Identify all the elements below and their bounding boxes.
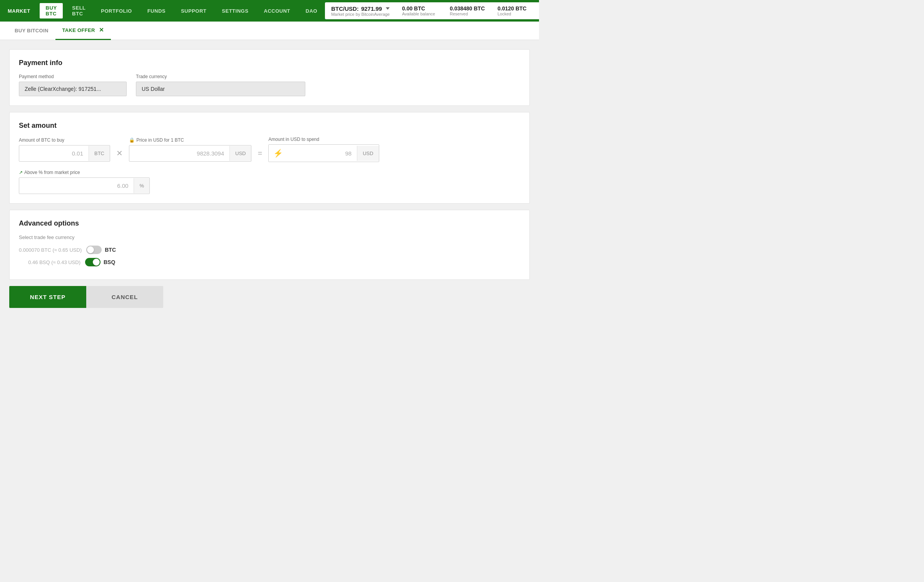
multiply-operator: ✕ [115,149,124,158]
usd-amount-label: Amount in USD to spend [268,137,379,142]
price-unit: USD [229,146,251,161]
btc-unit: BTC [89,146,110,161]
available-balance-value: 0.00 BTC [402,5,440,12]
payment-method-group: Payment method Zelle (ClearXchange): 917… [19,74,127,96]
nav-link-support[interactable]: Support [173,0,214,22]
bsq-toggle-wrap: BSQ [85,258,115,266]
btc-toggle-wrap: BTC [86,246,116,254]
price-field: Price in USD for 1 BTC USD [129,137,251,162]
price-pair: BTC/USD: [331,5,359,12]
set-amount-title: Set amount [19,122,520,130]
usd-amount-input-wrap: ⚡ USD [268,144,379,162]
nav-item-sell-btc[interactable]: SELL BTC [64,0,93,22]
btc-fee-row: 0.000070 BTC (≈ 0.65 USD) BTC [19,246,520,254]
lightning-symbol: ⚡ [273,149,283,158]
btc-amount-label: Amount of BTC to buy [19,137,110,143]
main-content: Payment info Payment method Zelle (Clear… [0,40,539,323]
trade-currency-group: Trade currency US Dollar [136,74,305,96]
payment-method-label: Payment method [19,74,127,79]
nav-item-portfolio[interactable]: PORTFOLIO [93,0,139,22]
btc-fee-currency: BTC [105,247,116,253]
percent-row: ↗ Above % from market price % [19,170,520,194]
next-step-button[interactable]: NEXT STEP [9,286,86,308]
advanced-options-title: Advanced options [19,219,520,227]
trend-icon: ↗ [19,170,23,175]
amount-inputs-row: Amount of BTC to buy BTC ✕ Price in USD … [19,137,520,162]
set-amount-section: Set amount Amount of BTC to buy BTC ✕ Pr… [9,112,530,204]
btc-amount-input[interactable] [19,146,89,161]
reserved-label: Reserved [450,12,488,16]
bsq-fee-row: 0.46 BSQ (≈ 0.43 USD) BSQ [19,258,520,266]
fee-currency-label: Select trade fee currency [19,234,520,240]
nav-link-account[interactable]: Account [256,0,298,22]
btc-amount-field: Amount of BTC to buy BTC [19,137,110,162]
percent-label-text: Above % from market price [24,170,80,175]
bsq-fee-currency: BSQ [104,259,115,265]
price-subtitle: Market price by BitcoinAverage [331,12,393,17]
bsq-fee-toggle[interactable] [85,258,100,266]
usd-unit: USD [357,146,378,161]
percent-input[interactable] [19,178,134,194]
bsq-toggle-knob [93,259,100,266]
available-balance-label: Available balance [402,12,440,16]
btc-price: BTC/USD: 9271.99 [331,5,393,12]
bsq-fee-amount: 0.46 BSQ (≈ 0.43 USD) [19,259,80,265]
percent-input-wrap: % [19,177,150,194]
btc-toggle-knob [87,246,94,253]
btc-amount-input-wrap: BTC [19,145,110,162]
btc-fee-toggle[interactable] [86,246,102,254]
nav-item-buy-btc[interactable]: BUY BTC [40,3,63,18]
nav-item-market[interactable]: MARKET [0,0,38,22]
price-label-text: Price in USD for 1 BTC [136,137,184,143]
cancel-button[interactable]: CANCEL [86,286,163,308]
tab-take-offer[interactable]: TAKE OFFER ✕ [55,21,111,40]
price-label: Price in USD for 1 BTC [129,137,251,143]
payment-info-title: Payment info [19,59,520,67]
price-value: 9271.99 [361,5,382,12]
trade-currency-value: US Dollar [136,82,305,96]
reserved-value: 0.038480 BTC [450,5,488,12]
nav-link-settings[interactable]: Settings [214,0,256,22]
nav-link-dao[interactable]: DAO [298,0,325,22]
advanced-options-section: Advanced options Select trade fee curren… [9,210,530,280]
price-input[interactable] [129,146,229,161]
locked-label: Locked [497,12,536,16]
price-display[interactable]: BTC/USD: 9271.99 Market price by Bitcoin… [331,5,393,17]
payment-method-value: Zelle (ClearXchange): 917251... [19,82,127,96]
equals-operator: = [256,149,264,158]
locked-balance: 0.0120 BTC Locked [497,5,536,16]
reserved-balance: 0.038480 BTC Reserved [450,5,488,16]
payment-info-section: Payment info Payment method Zelle (Clear… [9,49,530,106]
price-input-wrap: USD [129,145,251,162]
tab-buy-bitcoin[interactable]: BUY BITCOIN [8,22,55,39]
btc-fee-amount: 0.000070 BTC (≈ 0.65 USD) [19,247,82,253]
tabs-bar: BUY BITCOIN TAKE OFFER ✕ [0,22,539,40]
lock-icon [129,137,134,143]
available-balance: 0.00 BTC Available balance [402,5,440,16]
nav-price-panel: BTC/USD: 9271.99 Market price by Bitcoin… [325,2,539,19]
usd-amount-field: Amount in USD to spend ⚡ USD [268,137,379,162]
usd-amount-input[interactable] [288,146,357,161]
navbar: MARKET BUY BTC SELL BTC PORTFOLIO FUNDS … [0,0,539,22]
locked-value: 0.0120 BTC [497,5,536,12]
lightning-icon: ⚡ [269,145,288,162]
action-buttons: NEXT STEP CANCEL [9,286,530,308]
price-dropdown-icon[interactable] [386,7,390,10]
payment-info-row: Payment method Zelle (ClearXchange): 917… [19,74,520,96]
tab-close-icon[interactable]: ✕ [99,27,104,33]
tab-take-offer-label: TAKE OFFER [62,27,95,33]
percent-unit: % [134,178,149,193]
nav-item-funds[interactable]: FUNDS [140,0,173,22]
trade-currency-label: Trade currency [136,74,305,79]
percent-label: ↗ Above % from market price [19,170,520,175]
